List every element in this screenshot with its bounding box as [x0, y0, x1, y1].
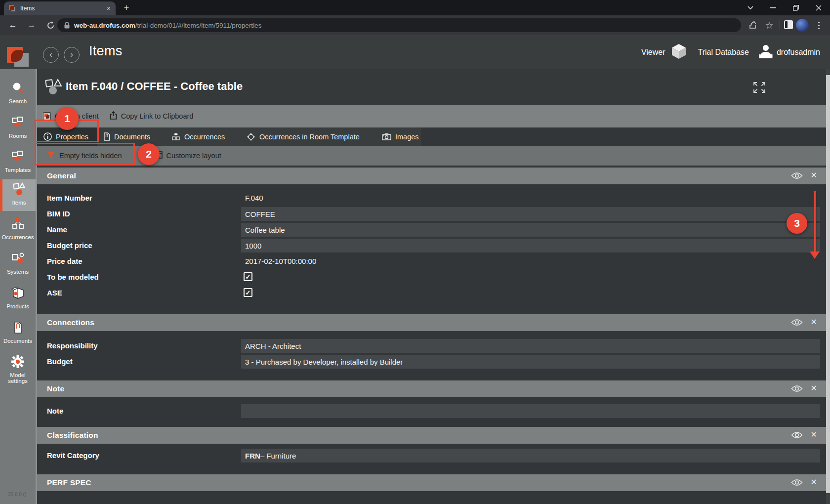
field-row-price-date: Price date2017-02-10T00:00:00 — [37, 253, 830, 269]
eye-icon[interactable] — [791, 172, 803, 181]
annotation-step-3: 3 — [787, 213, 807, 234]
field-row-budget: Budget3 - Purchased by Developer, instal… — [37, 354, 830, 370]
checkbox[interactable]: ✓ — [244, 272, 252, 281]
field-row-budget-price: Budget price1000 — [37, 238, 830, 253]
sidebar-item-systems[interactable]: Systems — [0, 249, 36, 279]
field-input[interactable]: COFFEE — [241, 207, 820, 221]
eye-icon[interactable] — [791, 431, 803, 441]
browser-tab-title: Items — [20, 5, 107, 12]
field-label: BIM ID — [47, 210, 70, 218]
occurrences-icon — [11, 217, 25, 233]
item-title-bar: Item F.040 / COFFEE - Coffee table — [37, 69, 830, 105]
eye-icon[interactable] — [791, 385, 803, 394]
close-icon[interactable]: ✕ — [811, 317, 817, 327]
field-input[interactable]: Coffee table — [241, 223, 820, 237]
field-value: 2017-02-10T00:00:00 — [245, 257, 316, 265]
page-title: Items — [89, 43, 123, 59]
field-input[interactable]: 1000 — [241, 239, 820, 252]
tab-search-chevron-icon[interactable] — [739, 0, 762, 15]
scrollbar-thumb[interactable] — [826, 75, 830, 493]
field-label: Revit Category — [47, 451, 99, 460]
field-row-item-number: Item NumberF.040 — [37, 190, 830, 206]
field-input[interactable]: ARCH - Architect — [241, 339, 820, 353]
username-label[interactable]: drofusadmin — [777, 48, 820, 57]
camera-icon — [382, 133, 391, 140]
item-icon — [44, 78, 63, 98]
new-tab-button[interactable]: + — [120, 2, 133, 15]
sidebar-item-search[interactable]: Search — [0, 78, 36, 109]
systems-icon — [11, 252, 25, 267]
drofus-logo — [7, 46, 30, 68]
customize-layout-button[interactable]: Customize layout — [155, 151, 221, 160]
sidebar-item-templates[interactable]: Templates — [0, 147, 36, 177]
close-icon[interactable]: ✕ — [811, 477, 817, 487]
sidebar-item-occurrences[interactable]: Occurrences — [0, 214, 36, 245]
copy-link-icon — [110, 111, 117, 121]
browser-toolbar: ← → web-au.drofus.com/trial-demo/01/#/it… — [0, 15, 830, 35]
close-icon[interactable]: ✕ — [811, 430, 817, 439]
search-icon — [11, 81, 25, 97]
tab-occurrences[interactable]: Occurrences — [165, 127, 240, 146]
back-icon[interactable]: ← — [7, 19, 19, 31]
eye-icon[interactable] — [791, 479, 803, 488]
tab-occurrences-in-room-template[interactable]: Occurrences in Room Template — [240, 127, 375, 146]
share-icon[interactable] — [748, 20, 759, 31]
field-label: ASE — [47, 289, 62, 297]
cube-icon[interactable] — [671, 43, 686, 61]
field-label: Budget — [47, 357, 73, 366]
annotation-step-2: 2 — [138, 143, 160, 165]
section-header-general: General ✕ — [37, 168, 830, 184]
url-domain: web-au.drofus.com — [74, 22, 135, 29]
sidebar-item-items[interactable]: Items — [0, 179, 36, 211]
field-row-note: Note — [37, 403, 830, 419]
field-row-name: NameCoffee table — [37, 222, 830, 238]
sidebar-item-documents[interactable]: Documents — [0, 318, 36, 348]
address-bar[interactable]: web-au.drofus.com/trial-demo/01/#/items/… — [57, 18, 741, 32]
sidebar-item-model-settings[interactable]: Modelsettings — [0, 352, 36, 389]
annotation-rect-empty-fields — [35, 143, 135, 166]
minimize-icon[interactable] — [762, 0, 785, 15]
section-header-classification: Classification ✕ — [37, 427, 830, 444]
sidebar-item-rooms[interactable]: Rooms — [0, 113, 36, 143]
eye-icon[interactable] — [791, 319, 803, 328]
cubes-icon — [171, 132, 180, 141]
app-back-button[interactable]: ‹ — [43, 47, 59, 63]
field-input[interactable]: FRN – Furniture — [241, 449, 820, 462]
item-tab-bar: PropertiesDocumentsOccurrencesOccurrence… — [37, 127, 830, 146]
tab-images[interactable]: Images — [375, 127, 421, 146]
close-window-icon[interactable] — [807, 0, 830, 15]
app-forward-button[interactable]: › — [64, 47, 80, 63]
forward-icon[interactable]: → — [26, 19, 38, 31]
lock-icon — [64, 22, 70, 29]
field-label: Note — [47, 407, 63, 415]
url-path: /trial-demo/01/#/items/item/5911/propert… — [135, 22, 262, 29]
checkbox[interactable]: ✓ — [244, 288, 252, 297]
section-header-perf-spec: PERF SPEC ✕ — [37, 474, 830, 491]
profile-avatar[interactable] — [796, 19, 809, 32]
database-label[interactable]: Trial Database — [698, 48, 749, 57]
side-panel-icon[interactable] — [784, 20, 793, 29]
sidebar: SearchRoomsTemplatesItemsOccurrencesSyst… — [0, 69, 36, 504]
expand-icon[interactable] — [753, 82, 766, 95]
browser-tab[interactable]: Items × — [4, 1, 116, 15]
bookmark-star-icon[interactable]: ☆ — [764, 20, 775, 31]
reload-icon[interactable] — [44, 19, 56, 31]
field-label: Item Number — [47, 194, 92, 202]
field-input[interactable]: 3 - Purchased by Developer, installed by… — [241, 355, 820, 369]
role-label[interactable]: Viewer — [641, 48, 665, 57]
tab-close-icon[interactable]: × — [107, 4, 111, 12]
field-row-ase: ASE✓ — [37, 285, 830, 301]
copy-link-button[interactable]: Copy Link to Clipboard — [110, 111, 194, 121]
restore-icon[interactable] — [785, 0, 807, 15]
annotation-arrow-line — [814, 191, 816, 252]
section-header-note: Note ✕ — [37, 380, 830, 397]
close-icon[interactable]: ✕ — [811, 383, 817, 393]
browser-menu-icon[interactable] — [816, 20, 821, 31]
documents-icon — [11, 321, 25, 336]
sidebar-item-products[interactable]: Products — [0, 283, 36, 314]
field-input[interactable] — [241, 404, 820, 418]
close-icon[interactable]: ✕ — [811, 170, 817, 180]
document-icon — [103, 132, 110, 141]
field-row-responsibility: ResponsibilityARCH - Architect — [37, 338, 830, 354]
field-label: Responsibility — [47, 341, 98, 350]
